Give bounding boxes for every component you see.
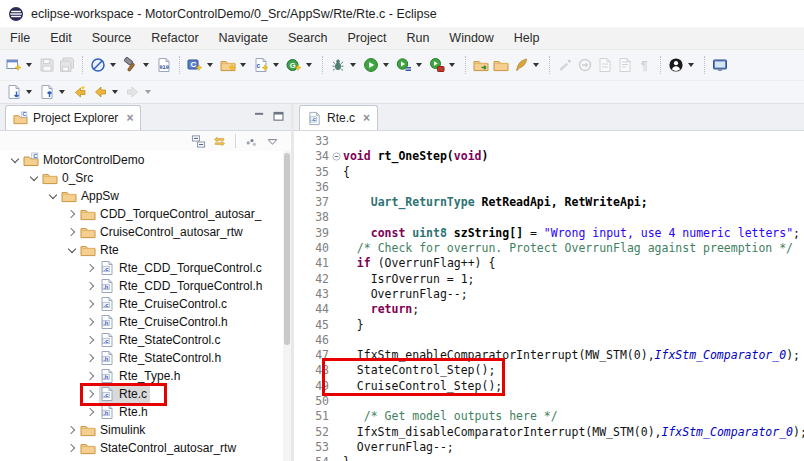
code-line-33[interactable]: 33	[294, 134, 804, 149]
chevron-down-icon[interactable]	[9, 154, 21, 166]
scrollbar-thumb[interactable]	[284, 153, 290, 345]
tree-item-rte-h[interactable]: .hRte.h	[0, 403, 283, 421]
code-line-41[interactable]: 41 if (OverrunFlag++) {	[294, 256, 804, 271]
code-line-39[interactable]: 39 const uint8 szString[] = "Wrong input…	[294, 226, 804, 241]
code-line-40[interactable]: 40 /* Check for overrun. Protect Overrun…	[294, 241, 804, 256]
code-line-48[interactable]: 48 StateControl_Step();	[294, 363, 804, 378]
chevron-right-icon[interactable]	[85, 388, 97, 400]
tree-item-rte-cdd-torquecontrol-h[interactable]: .hRte_CDD_TorqueControl.h	[0, 277, 283, 295]
dropdown-arrow-icon[interactable]	[533, 63, 539, 67]
open-element-button[interactable]	[511, 53, 544, 77]
chevron-right-icon[interactable]	[85, 280, 97, 292]
tree-item-rte-statecontrol-h[interactable]: .hRte_StateControl.h	[0, 349, 283, 367]
chevron-down-icon[interactable]	[47, 190, 59, 202]
tree-item-statecontrol-autosar-rtw[interactable]: StateControl_autosar_rtw	[0, 439, 283, 457]
code-line-34[interactable]: 34void rt_OneStep(void)	[294, 149, 804, 164]
next-annotation-button[interactable]	[4, 80, 37, 104]
build-binary-button[interactable]: 010	[154, 53, 174, 77]
chevron-right-icon[interactable]	[66, 226, 78, 238]
tree-item-rte[interactable]: Rte	[0, 241, 283, 259]
menu-run[interactable]: Run	[396, 28, 439, 48]
tree-item-rte-c[interactable]: .cRte.c	[0, 385, 283, 403]
chevron-right-icon[interactable]	[85, 406, 97, 418]
code-line-36[interactable]: 36	[294, 180, 804, 195]
new-c-file-button[interactable]: c	[251, 53, 284, 77]
dropdown-arrow-icon[interactable]	[383, 63, 389, 67]
menu-project[interactable]: Project	[338, 28, 397, 48]
dropdown-arrow-icon[interactable]	[449, 63, 455, 67]
maximize-view-button[interactable]	[272, 110, 285, 123]
code-editor[interactable]: 3334void rt_OneStep(void)35{3637 Uart_Re…	[294, 132, 804, 461]
collapse-all-button[interactable]	[190, 133, 207, 150]
generate-code-button[interactable]: G	[284, 53, 317, 77]
code-line-49[interactable]: 49 CruiseControl_Step();	[294, 379, 804, 394]
menu-edit[interactable]: Edit	[40, 28, 82, 48]
view-menu-button[interactable]	[264, 133, 281, 150]
chevron-right-icon[interactable]	[85, 316, 97, 328]
chevron-down-icon[interactable]	[28, 172, 40, 184]
menu-search[interactable]: Search	[278, 28, 338, 48]
dropdown-arrow-icon[interactable]	[26, 63, 32, 67]
menu-window[interactable]: Window	[439, 28, 503, 48]
chevron-right-icon[interactable]	[85, 352, 97, 364]
coverage-button[interactable]	[394, 53, 427, 77]
code-line-43[interactable]: 43 OverrunFlag--;	[294, 287, 804, 302]
close-editor-icon[interactable]: ×	[363, 111, 370, 125]
import-project-button[interactable]	[471, 53, 491, 77]
dropdown-arrow-icon[interactable]	[143, 63, 149, 67]
chevron-right-icon[interactable]	[66, 424, 78, 436]
user-account-button[interactable]	[666, 53, 699, 77]
code-line-38[interactable]: 38	[294, 210, 804, 225]
debug-button[interactable]	[328, 53, 361, 77]
skip-all-breakpoints-button[interactable]	[88, 53, 121, 77]
tab-project-explorer[interactable]: C Project Explorer ×	[5, 105, 141, 130]
dropdown-arrow-icon[interactable]	[688, 63, 694, 67]
tree-item-rte-type-h[interactable]: .hRte_Type.h	[0, 367, 283, 385]
code-line-52[interactable]: 52 IfxStm_disableComparatorInterrupt(MW_…	[294, 425, 804, 440]
new-c-project-button[interactable]: C	[185, 53, 218, 77]
chevron-right-icon[interactable]	[66, 208, 78, 220]
minimize-view-button[interactable]	[253, 110, 266, 123]
dropdown-arrow-icon[interactable]	[59, 90, 65, 94]
link-with-editor-button[interactable]	[211, 133, 228, 150]
code-line-50[interactable]: 50	[294, 394, 804, 409]
tree-item-0-src[interactable]: 0_Src	[0, 169, 283, 187]
tree-item-motorcontroldemo[interactable]: CMotorControlDemo	[0, 151, 283, 169]
previous-annotation-button[interactable]	[37, 80, 70, 104]
tree-item-appsw[interactable]: AppSw	[0, 187, 283, 205]
tree-item-rte-statecontrol-c[interactable]: .cRte_StateControl.c	[0, 331, 283, 349]
tree-item-rte-cdd-torquecontrol-c[interactable]: .cRte_CDD_TorqueControl.c	[0, 259, 283, 277]
close-view-icon[interactable]: ×	[126, 111, 133, 125]
external-tools-button[interactable]	[427, 53, 460, 77]
code-line-53[interactable]: 53 OverrunFlag--;	[294, 440, 804, 455]
chevron-right-icon[interactable]	[66, 442, 78, 454]
dropdown-arrow-icon[interactable]	[416, 63, 422, 67]
code-line-51[interactable]: 51 /* Get model outputs here */	[294, 409, 804, 424]
menu-file[interactable]: File	[0, 28, 40, 48]
menu-refactor[interactable]: Refactor	[141, 28, 208, 48]
open-folder-button[interactable]	[491, 53, 511, 77]
dropdown-arrow-icon[interactable]	[145, 90, 151, 94]
code-line-44[interactable]: 44 return;	[294, 302, 804, 317]
dropdown-arrow-icon[interactable]	[110, 63, 116, 67]
tree-item-simulink[interactable]: Simulink	[0, 421, 283, 439]
tree-item-rte-cruisecontrol-c[interactable]: .cRte_CruiseControl.c	[0, 295, 283, 313]
view-filters-button[interactable]	[243, 133, 260, 150]
dropdown-arrow-icon[interactable]	[112, 90, 118, 94]
back-button[interactable]	[90, 80, 123, 104]
dropdown-arrow-icon[interactable]	[273, 63, 279, 67]
dropdown-arrow-icon[interactable]	[26, 90, 32, 94]
code-line-42[interactable]: 42 IsrOverrun = 1;	[294, 272, 804, 287]
dropdown-arrow-icon[interactable]	[306, 63, 312, 67]
tree-item-cdd-torquecontrol-autosar-[interactable]: CDD_TorqueControl_autosar_	[0, 205, 283, 223]
chevron-right-icon[interactable]	[85, 334, 97, 346]
menu-help[interactable]: Help	[504, 28, 550, 48]
tree-item-rte-cruisecontrol-h[interactable]: .hRte_CruiseControl.h	[0, 313, 283, 331]
chevron-right-icon[interactable]	[85, 370, 97, 382]
last-edit-location-button[interactable]	[70, 80, 90, 104]
chevron-right-icon[interactable]	[85, 298, 97, 310]
tab-rte-c[interactable]: .c Rte.c ×	[299, 105, 378, 130]
chevron-right-icon[interactable]	[85, 262, 97, 274]
code-line-47[interactable]: 47 IfxStm_enableComparatorInterrupt(MW_S…	[294, 348, 804, 363]
new-wizard-button[interactable]	[4, 53, 37, 77]
